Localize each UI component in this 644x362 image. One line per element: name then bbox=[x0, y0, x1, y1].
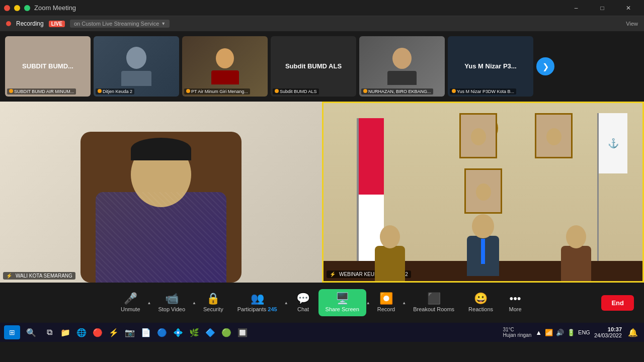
reactions-label: Reactions bbox=[468, 306, 493, 312]
tray-arrow[interactable]: ▲ bbox=[535, 329, 542, 336]
battery-icon[interactable]: 🔋 bbox=[567, 329, 575, 336]
system-tray: ▲ 📶 🔊 🔋 ENG bbox=[535, 329, 590, 336]
next-participants-button[interactable]: ❯ bbox=[536, 57, 554, 75]
tile-content-2 bbox=[121, 47, 151, 86]
live-badge: LIVE bbox=[49, 21, 65, 27]
main-video-left: ⚡ WALI KOTA SEMARANG bbox=[0, 102, 322, 283]
dot-yellow bbox=[14, 5, 20, 11]
end-button[interactable]: End bbox=[601, 295, 634, 311]
stop-video-button[interactable]: 📹 Stop Video bbox=[151, 289, 192, 316]
tile-body-3 bbox=[211, 70, 239, 84]
reactions-button[interactable]: 😀 Reactions bbox=[461, 289, 500, 316]
dot-red bbox=[4, 5, 10, 11]
taskbar-app-1[interactable]: 🌐 bbox=[74, 325, 89, 339]
app-title: Zoom Meeting bbox=[34, 4, 76, 12]
reactions-icon: 😀 bbox=[474, 293, 488, 304]
tile-video-bg-2 bbox=[94, 36, 179, 97]
notification-button[interactable]: 🔔 bbox=[626, 325, 640, 339]
participant-tile-2[interactable]: Ditjen Keuda 2 bbox=[94, 36, 179, 97]
clock[interactable]: 10:37 24/03/2022 bbox=[594, 326, 622, 338]
breakout-button[interactable]: ⬛ Breakout Rooms bbox=[406, 289, 461, 316]
language-label[interactable]: ENG bbox=[578, 329, 590, 335]
toolbar-center: 🎤 Unmute ▲ 📹 Stop Video ▲ 🔒 Security bbox=[0, 289, 644, 316]
security-label: Security bbox=[203, 306, 223, 312]
taskbar-app-6[interactable]: 🔵 bbox=[155, 325, 169, 339]
participant-tile-4[interactable]: Subdit BUMD ALS Subdit BUMD ALS bbox=[271, 36, 356, 97]
title-bar: Zoom Meeting – □ ✕ bbox=[0, 0, 644, 16]
zoom-app: Zoom Meeting – □ ✕ Recording LIVE on Cus… bbox=[0, 0, 644, 362]
participant-tile-5[interactable]: NURHAZAN, BIRO EKBANG... bbox=[359, 36, 445, 97]
participants-group: 👥 Participants 245 ▲ bbox=[230, 289, 288, 316]
tile-body-5 bbox=[387, 71, 417, 85]
chat-button[interactable]: 💬 Chat bbox=[288, 289, 318, 316]
persons-group-right bbox=[324, 110, 642, 281]
toolbar: 🎤 Unmute ▲ 📹 Stop Video ▲ 🔒 Security bbox=[0, 283, 644, 323]
weather-temp: 31°C bbox=[503, 327, 514, 332]
participant-tile-6[interactable]: Yus M Nizar P3... Yus M Nizar P3DW Kota … bbox=[448, 36, 533, 97]
security-button[interactable]: 🔒 Security bbox=[196, 289, 230, 316]
stop-video-label: Stop Video bbox=[158, 306, 185, 312]
view-button[interactable]: View bbox=[626, 21, 638, 27]
person-right-2 bbox=[467, 214, 499, 276]
taskbar-app-8[interactable]: 🌿 bbox=[187, 325, 201, 339]
video-icon: 📹 bbox=[165, 293, 179, 304]
taskbar-app-10[interactable]: 🟢 bbox=[219, 325, 233, 339]
participant-tile-1[interactable]: SUBDIT BUMD... SUBDIT BUMD AIR MINUM... bbox=[5, 36, 91, 97]
stop-video-arrow[interactable]: ▲ bbox=[192, 301, 196, 305]
taskbar-app-11[interactable]: 🔲 bbox=[235, 325, 250, 339]
taskbar-app-9[interactable]: 🔷 bbox=[203, 325, 217, 339]
share-screen-group: 🖥️ Share Screen ▲ bbox=[318, 289, 370, 316]
taskbar-right: 31°C Hujan ringan ▲ 📶 🔊 🔋 ENG 10:37 24/0… bbox=[503, 325, 640, 339]
stream-dropdown-icon[interactable]: ▼ bbox=[161, 21, 166, 26]
record-label: Record bbox=[377, 306, 395, 312]
start-button[interactable]: ⊞ bbox=[4, 325, 20, 339]
person-hair-left bbox=[131, 138, 191, 160]
record-button[interactable]: ⏺️ Record bbox=[370, 289, 402, 316]
share-screen-arrow[interactable]: ▲ bbox=[366, 301, 370, 305]
left-video-label: ⚡ WALI KOTA SEMARANG bbox=[3, 272, 75, 280]
taskbar-explorer[interactable]: 📁 bbox=[58, 325, 72, 339]
more-button[interactable]: ••• More bbox=[500, 289, 530, 316]
body-right-2 bbox=[467, 236, 499, 276]
head-right-3 bbox=[566, 225, 586, 248]
unmute-label: Unmute bbox=[121, 306, 140, 312]
share-screen-icon: 🖥️ bbox=[336, 293, 349, 304]
tile-face-3 bbox=[216, 48, 234, 68]
rec-indicator bbox=[6, 21, 11, 26]
taskbar-app-5[interactable]: 📄 bbox=[139, 325, 153, 339]
tile-face-2 bbox=[126, 47, 146, 69]
record-arrow[interactable]: ▲ bbox=[402, 301, 406, 305]
unmute-icon: 🎤 bbox=[124, 293, 137, 304]
unmute-button[interactable]: 🎤 Unmute bbox=[114, 289, 147, 316]
breakout-icon: ⬛ bbox=[427, 293, 441, 304]
search-button[interactable]: 🔍 bbox=[22, 325, 40, 339]
share-screen-label: Share Screen bbox=[326, 306, 359, 312]
participants-button[interactable]: 👥 Participants 245 bbox=[230, 289, 284, 316]
network-icon[interactable]: 📶 bbox=[545, 329, 553, 336]
taskbar-app-3[interactable]: ⚡ bbox=[107, 325, 121, 339]
taskbar: ⊞ 🔍 ⧉ 📁 🌐 🔴 ⚡ 📷 📄 🔵 💠 🌿 🔷 🟢 🔲 31°C Hujan… bbox=[0, 323, 644, 342]
share-screen-button[interactable]: 🖥️ Share Screen bbox=[318, 289, 366, 316]
tile-video-bg-3 bbox=[182, 36, 268, 97]
participants-arrow[interactable]: ▲ bbox=[284, 301, 288, 305]
task-view-button[interactable]: ⧉ bbox=[42, 325, 56, 339]
minimize-button[interactable]: – bbox=[565, 1, 588, 15]
title-bar-left: Zoom Meeting bbox=[4, 4, 76, 12]
close-button[interactable]: ✕ bbox=[617, 1, 640, 15]
volume-icon[interactable]: 🔊 bbox=[556, 329, 564, 336]
tile-content-3 bbox=[211, 48, 239, 84]
more-label: More bbox=[509, 306, 521, 312]
taskbar-app-7[interactable]: 💠 bbox=[171, 325, 185, 339]
maximize-button[interactable]: □ bbox=[591, 1, 614, 15]
security-icon: 🔒 bbox=[206, 293, 220, 304]
tile-video-bg-5 bbox=[359, 36, 445, 97]
participant-tile-3[interactable]: PT Air Minum Giri Menang... bbox=[182, 36, 268, 97]
chat-label: Chat bbox=[297, 306, 309, 312]
unmute-arrow[interactable]: ▲ bbox=[147, 301, 151, 305]
participants-icon: 👥 bbox=[251, 293, 264, 304]
participant-label-5: NURHAZAN, BIRO EKBANG... bbox=[361, 88, 433, 95]
taskbar-app-2[interactable]: 🔴 bbox=[91, 325, 105, 339]
taskbar-app-4[interactable]: 📷 bbox=[123, 325, 137, 339]
participant-name-6: Yus M Nizar P3... bbox=[459, 62, 521, 71]
person-right-1 bbox=[375, 225, 405, 281]
